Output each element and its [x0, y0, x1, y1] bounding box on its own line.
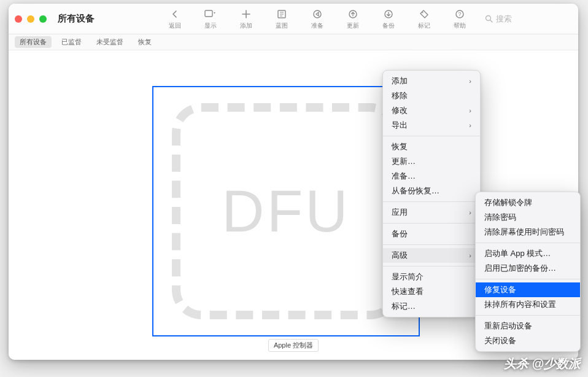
- svg-rect-0: [205, 10, 212, 17]
- submenu-start-single-app-mode[interactable]: 启动单 App 模式…: [476, 246, 580, 261]
- submenu-erase-all-content-and-settings[interactable]: 抹掉所有内容和设置: [476, 297, 580, 312]
- submenu-clear-passcode[interactable]: 清除密码: [476, 210, 580, 225]
- menu-apply[interactable]: 应用›: [383, 205, 480, 220]
- toolbar-add-button[interactable]: 添加: [231, 6, 261, 32]
- menu-export[interactable]: 导出›: [383, 118, 480, 133]
- device-tile[interactable]: DFU: [152, 86, 420, 336]
- blueprint-icon: [277, 8, 287, 20]
- chevron-right-icon: ›: [469, 107, 471, 114]
- scope-bar: 所有设备 已监督 未受监督 恢复: [9, 34, 578, 50]
- submenu-advanced: 存储解锁令牌 清除密码 清除屏幕使用时间密码 启动单 App 模式… 启用已加密…: [475, 192, 581, 352]
- chevron-left-icon: [171, 8, 179, 20]
- menu-backup[interactable]: 备份: [383, 227, 480, 241]
- dfu-placeholder: DFU: [172, 103, 400, 319]
- search-placeholder: 搜索: [496, 14, 512, 25]
- svg-point-2: [314, 10, 321, 18]
- toolbar-blueprint-label: 蓝图: [276, 21, 288, 30]
- menu-separator: [383, 223, 480, 223]
- menu-separator: [476, 279, 580, 279]
- dfu-label: DFU: [222, 177, 350, 245]
- menu-restore-from-backup[interactable]: 从备份恢复…: [383, 184, 480, 198]
- toolbar-tag-button[interactable]: 标记: [409, 6, 439, 32]
- toolbar-back-button[interactable]: 返回: [160, 6, 190, 32]
- menu-advanced[interactable]: 高级›: [383, 248, 480, 263]
- menu-separator: [476, 243, 580, 243]
- help-icon: ?: [455, 8, 465, 20]
- svg-line-9: [490, 20, 493, 23]
- menu-separator: [383, 266, 480, 266]
- watermark: 头杀 @少数派: [504, 356, 581, 372]
- menu-modify[interactable]: 修改›: [383, 103, 480, 118]
- prepare-icon: [312, 8, 322, 20]
- traffic-lights: [15, 15, 47, 23]
- close-window-button[interactable]: [15, 15, 22, 23]
- toolbar-view-label: 显示: [204, 21, 217, 30]
- chevron-right-icon: ›: [469, 209, 471, 216]
- toolbar-tag-label: 标记: [418, 21, 430, 30]
- submenu-save-unlock-token[interactable]: 存储解锁令牌: [476, 195, 580, 210]
- toolbar-prepare-button[interactable]: 准备: [302, 6, 333, 32]
- grid-view-icon: [204, 8, 217, 20]
- menu-separator: [383, 244, 480, 245]
- svg-point-5: [422, 12, 424, 13]
- backup-icon: [384, 8, 393, 20]
- svg-text:?: ?: [458, 11, 461, 17]
- submenu-revive-device[interactable]: 修复设备: [476, 282, 580, 297]
- toolbar-update-label: 更新: [347, 21, 359, 30]
- menu-quick-look[interactable]: 快速查看: [383, 284, 480, 299]
- toolbar-blueprint-button[interactable]: 蓝图: [266, 6, 297, 32]
- minimize-window-button[interactable]: [27, 15, 34, 23]
- context-menu: 添加› 移除 修改› 导出› 恢复 更新… 准备… 从备份恢复… 应用› 备份 …: [382, 70, 481, 317]
- window-title: 所有设备: [58, 13, 95, 25]
- toolbar-backup-button[interactable]: 备份: [373, 6, 404, 32]
- menu-remove[interactable]: 移除: [383, 88, 480, 103]
- search-field[interactable]: 搜索: [480, 11, 572, 27]
- chevron-right-icon: ›: [469, 77, 471, 85]
- toolbar-prepare-label: 准备: [311, 21, 323, 30]
- scope-unsupervised[interactable]: 未受监督: [91, 36, 128, 48]
- toolbar-help-label: 帮助: [454, 21, 466, 30]
- search-icon: [485, 15, 493, 23]
- toolbar-update-button[interactable]: 更新: [338, 6, 368, 32]
- menu-update[interactable]: 更新…: [383, 154, 480, 169]
- toolbar-back-label: 返回: [169, 21, 181, 30]
- menu-add[interactable]: 添加›: [383, 74, 480, 88]
- menu-separator: [383, 136, 480, 136]
- menu-get-info[interactable]: 显示简介: [383, 270, 480, 284]
- update-icon: [348, 8, 358, 20]
- toolbar-backup-label: 备份: [382, 21, 395, 30]
- chevron-right-icon: ›: [469, 122, 471, 129]
- menu-prepare[interactable]: 准备…: [383, 169, 480, 184]
- device-caption: Apple 控制器: [268, 339, 319, 352]
- scope-all-devices[interactable]: 所有设备: [15, 36, 52, 48]
- scope-supervised[interactable]: 已监督: [56, 36, 87, 48]
- menu-restore[interactable]: 恢复: [383, 139, 480, 154]
- submenu-shutdown-device[interactable]: 关闭设备: [476, 333, 580, 348]
- scope-recovery[interactable]: 恢复: [133, 36, 157, 48]
- submenu-enable-encrypted-backup[interactable]: 启用已加密的备份…: [476, 261, 580, 276]
- toolbar-view-button[interactable]: 显示: [195, 6, 226, 32]
- toolbar-help-button[interactable]: ? 帮助: [444, 6, 475, 32]
- titlebar: 所有设备 返回 显示 添加 蓝图: [9, 4, 578, 34]
- menu-separator: [476, 315, 580, 316]
- plus-icon: [242, 8, 250, 20]
- app-window: 所有设备 返回 显示 添加 蓝图: [9, 4, 578, 360]
- menu-separator: [383, 201, 480, 202]
- menu-tags[interactable]: 标记…: [383, 299, 480, 314]
- submenu-restart-device[interactable]: 重新启动设备: [476, 319, 580, 333]
- submenu-clear-screen-time-passcode[interactable]: 清除屏幕使用时间密码: [476, 225, 580, 239]
- chevron-right-icon: ›: [469, 252, 471, 259]
- tag-icon: [419, 8, 429, 20]
- zoom-window-button[interactable]: [39, 15, 47, 23]
- toolbar-add-label: 添加: [240, 21, 252, 30]
